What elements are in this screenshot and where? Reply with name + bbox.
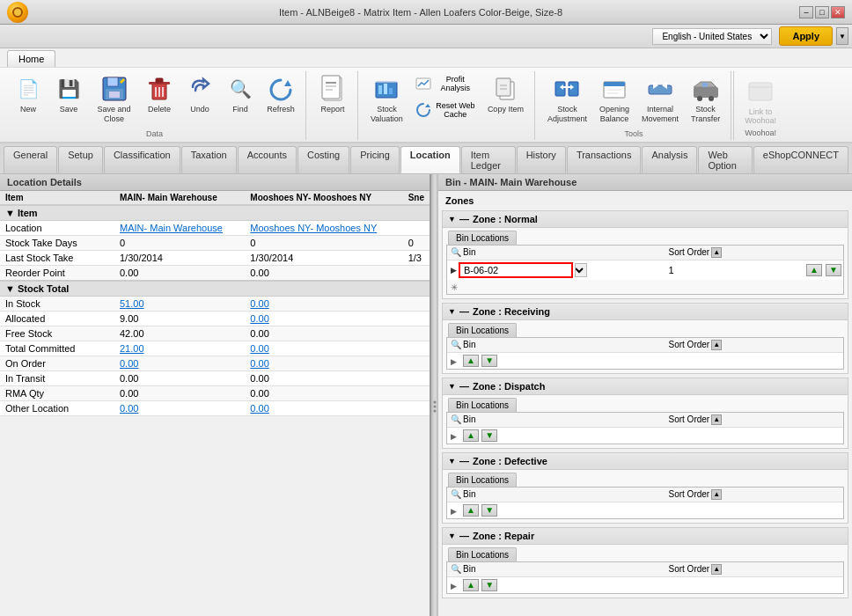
rep-down-btn[interactable]: ▼ [481, 579, 497, 591]
zone-repair-body: Bin Locations 🔍 Bin [443, 545, 848, 594]
zone-normal-header[interactable]: ▼ — Zone : Normal [443, 211, 848, 228]
close-button[interactable]: ✕ [831, 6, 845, 18]
tab-accounts[interactable]: Accounts [238, 146, 297, 173]
tab-web-option[interactable]: Web Option [698, 146, 752, 173]
tab-general[interactable]: General [4, 146, 57, 173]
tab-pricing[interactable]: Pricing [350, 146, 400, 173]
row-up-button[interactable]: ▲ [806, 264, 822, 276]
in-stock-val2[interactable]: 0.00 [245, 296, 402, 311]
zone-disp-expand: ▼ [448, 382, 456, 391]
tc-val1[interactable]: 21.00 [114, 341, 245, 356]
bin-locations-tab-0[interactable]: Bin Locations [448, 231, 517, 245]
zones-container: Zones ▼ — Zone : Normal Bin Locations [438, 191, 852, 602]
bin-input[interactable] [459, 262, 573, 278]
recv-up-btn[interactable]: ▲ [463, 355, 479, 367]
bin-dropdown[interactable]: ▼ [575, 263, 587, 277]
tab-eshop[interactable]: eShopCONNECT [753, 146, 848, 173]
profit-analysis-button[interactable]: Profit Analysis [410, 71, 481, 96]
bin-locations-tab-4[interactable]: Bin Locations [448, 547, 517, 561]
apply-button[interactable]: Apply [779, 26, 833, 46]
zone-receiving-header[interactable]: ▼ — Zone : Receiving [443, 304, 848, 320]
loc-label: Location [0, 220, 114, 235]
in-stock-val1[interactable]: 51.00 [114, 296, 245, 311]
save-button[interactable]: 💾 Save [49, 71, 88, 118]
tc-val2[interactable]: 0.00 [245, 341, 402, 356]
row-down-button[interactable]: ▼ [826, 264, 841, 276]
bin-locations-tab-2[interactable]: Bin Locations [448, 398, 517, 412]
bin-locations-tab-3[interactable]: Bin Locations [448, 473, 517, 487]
resize-handle[interactable] [848, 0, 852, 616]
find-button[interactable]: 🔍 Find [221, 71, 260, 118]
bin-row-selected: ▶ ▼ 1 [447, 260, 843, 280]
def-up-btn[interactable]: ▲ [463, 504, 479, 517]
tab-transactions[interactable]: Transactions [567, 146, 642, 173]
internal-movement-button[interactable]: InternalMovement [636, 71, 684, 128]
stock-valuation-button[interactable]: StockValuation [365, 71, 408, 128]
rep-sort-up[interactable]: ▲ [711, 564, 722, 575]
tab-setup[interactable]: Setup [58, 146, 103, 173]
zone-repair-header[interactable]: ▼ — Zone : Repair [443, 528, 848, 545]
stock-total-expand-icon[interactable]: ▼ [5, 283, 15, 294]
save-close-button[interactable]: Save and Close [90, 71, 138, 128]
tab-classification[interactable]: Classification [104, 146, 180, 173]
ol-val2[interactable]: 0.00 [245, 400, 402, 415]
language-select[interactable]: English - United States [652, 28, 772, 45]
tab-costing[interactable]: Costing [297, 146, 349, 173]
tab-analysis[interactable]: Analysis [642, 146, 697, 173]
it-val1: 0.00 [114, 370, 245, 385]
zone-disp-label: Zone : Dispatch [473, 381, 546, 392]
recv-down-btn[interactable]: ▼ [481, 355, 497, 367]
svg-marker-10 [284, 80, 291, 86]
tab-taxation[interactable]: Taxation [181, 146, 237, 173]
oo-val1[interactable]: 0.00 [114, 356, 245, 370]
ribbon: Home 📄 New 💾 Save Save and Close [0, 48, 852, 143]
def-down-btn[interactable]: ▼ [481, 504, 497, 517]
disp-up-btn[interactable]: ▲ [463, 429, 479, 442]
bin-locations-tab-1[interactable]: Bin Locations [448, 323, 517, 337]
disp-down-btn[interactable]: ▼ [481, 429, 497, 442]
alloc-val2[interactable]: 0.00 [245, 311, 402, 326]
refresh-button[interactable]: Refresh [261, 71, 300, 118]
report-button[interactable]: Report [313, 71, 352, 118]
copy-item-button[interactable]: Copy Item [482, 71, 529, 118]
recv-sort-up[interactable]: ▲ [711, 340, 722, 350]
window-title: Item - ALNBeige8 - Matrix Item - Allen L… [42, 7, 799, 18]
disp-sort-up[interactable]: ▲ [711, 414, 722, 425]
bin-table-normal: 🔍 Bin Sort Order ▲ [446, 245, 844, 295]
home-tab[interactable]: Home [7, 50, 55, 67]
item-expand-icon[interactable]: ▼ [5, 208, 15, 218]
alloc-label: Allocated [0, 311, 114, 326]
tab-location[interactable]: Location [400, 146, 460, 173]
minimize-button[interactable]: – [799, 6, 813, 18]
delete-button[interactable]: Delete [140, 71, 179, 118]
rep-up-btn[interactable]: ▲ [463, 579, 479, 591]
maximize-button[interactable]: □ [815, 6, 829, 18]
stock-transfer-button[interactable]: StockTransfer [686, 71, 725, 128]
recv-search-icon: 🔍 [451, 340, 461, 349]
reset-web-cache-button[interactable]: Reset Web Cache [410, 98, 481, 122]
undo-button[interactable]: Undo [180, 71, 219, 118]
vertical-splitter[interactable] [431, 174, 438, 616]
oo-val2[interactable]: 0.00 [245, 356, 402, 370]
zone-normal-dash: — [459, 214, 469, 224]
zone-rep-dash: — [459, 531, 469, 541]
opening-balance-button[interactable]: OpeningBalance [594, 71, 635, 128]
tab-history[interactable]: History [517, 146, 566, 173]
ol-val1[interactable]: 0.00 [114, 400, 245, 415]
std-val2: 0 [245, 235, 402, 250]
def-sort-up[interactable]: ▲ [711, 489, 722, 500]
ol-val3 [403, 400, 430, 415]
link-woohoa-label: Link toWoohoa! [745, 107, 776, 125]
sort-order-up[interactable]: ▲ [711, 247, 722, 258]
stock-val-icon [372, 75, 400, 103]
zone-defective-header[interactable]: ▼ — Zone : Defective [443, 453, 848, 470]
link-woohoa-button[interactable]: Link toWoohoa! [741, 74, 780, 128]
total-committed-row: Total Committed 21.00 0.00 [0, 341, 430, 356]
new-button[interactable]: 📄 New [9, 71, 48, 118]
save-close-icon [100, 75, 129, 103]
zone-dispatch-header[interactable]: ▼ — Zone : Dispatch [443, 378, 848, 395]
zones-label: Zones [442, 194, 848, 207]
stock-adjustment-button[interactable]: StockAdjustment [542, 71, 592, 128]
tab-item-ledger[interactable]: Item Ledger [461, 146, 516, 173]
location-header-row: Item MAIN- Main Warehouse Mooshoes NY- M… [0, 191, 430, 205]
